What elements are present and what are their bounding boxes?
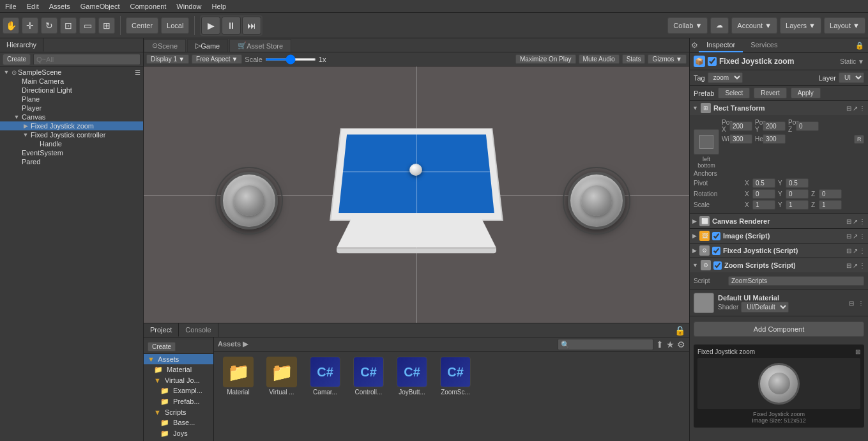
img-icon2[interactable]: ↗ xyxy=(853,233,858,240)
asset-controll[interactable]: C# Controll... xyxy=(349,357,388,396)
assetstore-tab[interactable]: 🛒 Asset Store xyxy=(229,39,291,52)
rt-icon2[interactable]: ↗ xyxy=(853,105,858,112)
hierarchy-item-fixedjoystick-zoom[interactable]: ▶ Fixed Joystick zoom xyxy=(0,121,143,130)
cr-icon3[interactable]: ⋮ xyxy=(859,218,865,225)
project-search-input[interactable] xyxy=(558,339,653,350)
game-tab[interactable]: ▷ Game xyxy=(187,39,228,52)
sidebar-item-material[interactable]: 📁 Material xyxy=(144,364,213,375)
pivot-y-input[interactable] xyxy=(786,178,809,188)
menu-component[interactable]: Component xyxy=(125,3,171,10)
hierarchy-item-canvas[interactable]: ▼ Canvas xyxy=(0,112,143,121)
width-input[interactable] xyxy=(729,134,752,144)
step-button[interactable]: ⏭ xyxy=(242,17,261,35)
stats-button[interactable]: Stats xyxy=(622,54,646,64)
posy-input[interactable] xyxy=(763,121,786,131)
sidebar-item-base[interactable]: 📁 Base... xyxy=(144,417,213,428)
img-icon3[interactable]: ⋮ xyxy=(859,233,865,240)
star-icon[interactable]: ★ xyxy=(666,339,674,350)
rotx-input[interactable] xyxy=(752,189,775,199)
hierarchy-create-button[interactable]: Create xyxy=(3,54,31,65)
scalez-input[interactable] xyxy=(819,200,842,210)
hierarchy-item-eventsystem[interactable]: EventSystem xyxy=(0,148,143,157)
services-tab[interactable]: Services xyxy=(743,38,785,52)
asset-camar[interactable]: C# Camar... xyxy=(306,357,344,396)
cr-icon1[interactable]: ⊟ xyxy=(846,218,851,225)
add-component-button[interactable]: Add Component xyxy=(694,321,864,337)
r-button[interactable]: R xyxy=(854,135,864,144)
zs-icon2[interactable]: ↗ xyxy=(853,262,858,269)
pause-button[interactable]: ⏸ xyxy=(222,17,241,35)
fj-script-header[interactable]: ▶ ⚙ Fixed Joystick (Script) ⊟ ↗ ⋮ xyxy=(690,244,868,258)
select-button[interactable]: Select xyxy=(718,88,750,98)
hierarchy-item-player[interactable]: Player xyxy=(0,104,143,112)
hand-tool-button[interactable]: ✋ xyxy=(3,17,19,34)
object-active-checkbox[interactable] xyxy=(708,57,717,66)
pivot-x-input[interactable] xyxy=(752,178,775,188)
fj-active-checkbox[interactable] xyxy=(712,247,720,255)
asset-material[interactable]: 📁 Material xyxy=(219,357,257,396)
cloud-button[interactable]: ☁ xyxy=(710,17,729,34)
menu-file[interactable]: File xyxy=(0,3,22,10)
posz-input[interactable] xyxy=(796,121,819,131)
apply-button[interactable]: Apply xyxy=(791,88,821,98)
menu-window[interactable]: Window xyxy=(171,3,206,10)
shader-dropdown[interactable]: UI/Default xyxy=(741,302,789,313)
hierarchy-item-fixedjoystick-ctrl[interactable]: ▼ Fixed Joystick controller xyxy=(0,130,143,139)
sidebar-item-prefab[interactable]: 📁 Prefab... xyxy=(144,396,213,407)
sidebar-item-exampl[interactable]: 📁 Exampl... xyxy=(144,385,213,396)
menu-assets[interactable]: Assets xyxy=(44,3,75,10)
gizmos-dropdown[interactable]: Gizmos ▼ xyxy=(648,54,687,64)
insp-lock-icon[interactable]: 🔒 xyxy=(855,42,864,50)
settings-icon[interactable]: ⚙ xyxy=(677,339,685,350)
asset-zoomsc[interactable]: C# ZoomSc... xyxy=(436,357,475,396)
display-dropdown[interactable]: Display 1 ▼ xyxy=(146,54,189,64)
anchor-widget[interactable] xyxy=(694,129,719,155)
sidebar-item-assets[interactable]: ▼ Assets xyxy=(144,354,213,364)
project-create-button[interactable]: Create xyxy=(148,342,176,352)
scene-tab[interactable]: ⊙ Scene xyxy=(144,39,186,52)
hierarchy-item-plane[interactable]: Plane xyxy=(0,95,143,104)
sidebar-item-virtualjo[interactable]: ▼ Virtual Jo... xyxy=(144,375,213,385)
console-tab[interactable]: Console xyxy=(179,323,218,337)
scale-tool-button[interactable]: ⊡ xyxy=(60,17,77,34)
fj-icon1[interactable]: ⊟ xyxy=(846,247,851,254)
posx-input[interactable] xyxy=(729,121,752,131)
maximize-on-play-button[interactable]: Maximize On Play xyxy=(515,54,576,64)
rect-transform-header[interactable]: ▼ ⊞ Rect Transform ⊟ ↗ ⋮ xyxy=(690,101,868,115)
asset-virtualjo[interactable]: 📁 Virtual ... xyxy=(263,357,301,396)
menu-help[interactable]: Help xyxy=(206,3,231,10)
rt-icon1[interactable]: ⊟ xyxy=(846,105,851,112)
canvas-renderer-header[interactable]: ▶ ⬜ Canvas Renderer ⊟ ↗ ⋮ xyxy=(690,214,868,228)
fj-icon2[interactable]: ↗ xyxy=(853,247,858,254)
material-icon1[interactable]: ⊟ xyxy=(849,300,854,307)
lock-icon[interactable]: 🔒 xyxy=(674,325,685,336)
menu-edit[interactable]: Edit xyxy=(22,3,44,10)
hierarchy-item-pared[interactable]: Pared xyxy=(0,157,143,166)
layout-dropdown[interactable]: Layout ▼ xyxy=(824,17,865,34)
aspect-dropdown[interactable]: Free Aspect ▼ xyxy=(192,54,242,64)
zs-icon3[interactable]: ⋮ xyxy=(859,262,865,269)
mute-audio-button[interactable]: Mute Audio xyxy=(579,54,620,64)
sidebar-item-scripts[interactable]: ▼ Scripts xyxy=(144,407,213,417)
rotate-tool-button[interactable]: ↻ xyxy=(41,17,57,34)
inspector-settings-icon[interactable]: ⚙ xyxy=(690,38,699,52)
move-tool-button[interactable]: ✛ xyxy=(22,17,38,34)
hierarchy-search-input[interactable] xyxy=(33,54,141,65)
image-active-checkbox[interactable] xyxy=(712,232,720,240)
revert-button[interactable]: Revert xyxy=(754,88,786,98)
layers-dropdown[interactable]: Layers ▼ xyxy=(780,17,821,34)
zoom-scripts-header[interactable]: ▼ ⚙ Zoom Scripts (Script) ⊟ ↗ ⋮ xyxy=(690,258,868,272)
material-icon2[interactable]: ⋮ xyxy=(858,300,864,307)
menu-gameobject[interactable]: GameObject xyxy=(75,3,125,10)
local-toggle-button[interactable]: Local xyxy=(161,17,189,34)
rotz-input[interactable] xyxy=(819,189,842,199)
asset-joybutt[interactable]: C# JoyButt... xyxy=(393,357,431,396)
transform-tool-button[interactable]: ⊞ xyxy=(98,17,115,34)
hierarchy-item-samplescene[interactable]: ▼ ⊙ SampleScene ☰ xyxy=(0,68,143,77)
folder-up-icon[interactable]: ⬆ xyxy=(656,339,664,350)
scale-slider[interactable] xyxy=(265,58,316,61)
hierarchy-tab[interactable]: Hierarchy xyxy=(0,38,43,52)
tag-dropdown[interactable]: zoom xyxy=(708,72,743,83)
cr-icon2[interactable]: ↗ xyxy=(853,218,858,225)
roty-input[interactable] xyxy=(786,189,809,199)
